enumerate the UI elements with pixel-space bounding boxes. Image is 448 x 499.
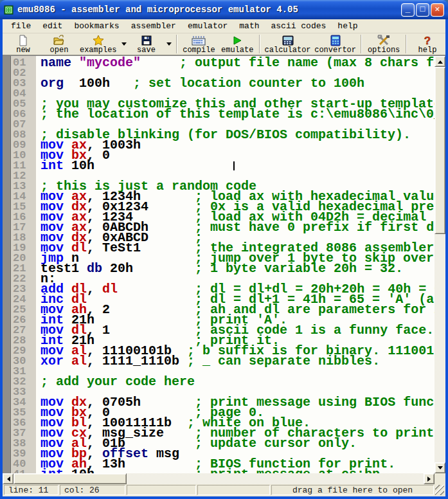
open-button-label: open bbox=[50, 46, 69, 55]
menu-file[interactable]: file bbox=[5, 20, 37, 32]
menu-help[interactable]: help bbox=[332, 20, 363, 32]
chevron-down-icon bbox=[121, 42, 127, 48]
status-drag-hint: drag a file here to open bbox=[271, 485, 434, 495]
window-title: emu8086 - assembler and microprocessor e… bbox=[17, 5, 401, 15]
help-button[interactable]: ?help bbox=[409, 33, 445, 55]
vertical-scroll-track[interactable] bbox=[435, 234, 445, 462]
code-line-30: xor al, 1111_1110b ; _ can separate nibb… bbox=[40, 356, 435, 367]
toolbar-separator bbox=[176, 35, 177, 53]
close-button[interactable]: ✕ bbox=[431, 3, 444, 17]
menu-emulator[interactable]: emulator bbox=[182, 20, 233, 32]
scrollbar-corner bbox=[435, 473, 445, 484]
help-button-label: help bbox=[418, 46, 437, 55]
save-floppy-icon bbox=[141, 34, 152, 46]
code-line-32: ; add your code here bbox=[40, 377, 435, 387]
emulate-button-label: emulate bbox=[221, 46, 253, 55]
menu-assembler[interactable]: assembler bbox=[125, 20, 182, 32]
compile-icon bbox=[192, 34, 206, 46]
horizontal-scroll-track[interactable] bbox=[127, 473, 424, 484]
save-button-label: save bbox=[137, 46, 156, 55]
convertor-button-label: convertor bbox=[314, 46, 356, 55]
calculator-button[interactable]: calculator bbox=[263, 33, 312, 55]
menu-ascii-codes[interactable]: ascii codes bbox=[265, 20, 332, 32]
menu-bar: fileeditbookmarksassembleremulatormathas… bbox=[3, 19, 445, 33]
horizontal-scroll-thumb[interactable] bbox=[13, 473, 127, 484]
menu-edit[interactable]: edit bbox=[37, 20, 68, 32]
calculator-button-label: calculator bbox=[265, 46, 311, 55]
code-line-21: test1 db 20h ; 1 byte variable 20h = 32. bbox=[40, 264, 435, 274]
app-chip-icon bbox=[3, 5, 14, 15]
scroll-down-button[interactable] bbox=[435, 462, 445, 473]
save-dropdown-button[interactable] bbox=[165, 33, 174, 55]
new-button[interactable]: new bbox=[5, 33, 41, 55]
code-line-03: org 100h ; set location counter to 100h bbox=[40, 78, 435, 89]
convertor-icon bbox=[330, 34, 341, 46]
status-line-indicator: line: 11 bbox=[4, 485, 58, 495]
scroll-up-button[interactable] bbox=[435, 56, 445, 67]
toolbar-separator bbox=[406, 35, 407, 53]
examples-dropdown-button[interactable] bbox=[120, 33, 129, 55]
scroll-left-button[interactable] bbox=[3, 473, 13, 484]
examples-star-icon bbox=[92, 34, 105, 46]
open-button[interactable]: open bbox=[41, 33, 77, 55]
text-caret bbox=[233, 161, 235, 170]
menu-bookmarks[interactable]: bookmarks bbox=[68, 20, 125, 32]
status-bar: line: 11 col: 26 drag a file here to ope… bbox=[3, 484, 445, 496]
window-controls: _□✕ bbox=[401, 3, 444, 17]
code-line-41: int 10h ; print message at cs:bp. bbox=[40, 469, 435, 473]
code-line-01: name "mycode" ; output file name (max 8 … bbox=[40, 58, 435, 68]
maximize-button[interactable]: □ bbox=[416, 3, 429, 17]
svg-text:?: ? bbox=[424, 35, 431, 46]
compile-button[interactable]: compile bbox=[180, 33, 219, 55]
editor-margin-strip bbox=[3, 56, 11, 473]
status-panel-empty-1 bbox=[127, 485, 196, 495]
resize-grip[interactable] bbox=[435, 485, 444, 495]
toolbar: newopenexamplessavecompileemulatecalcula… bbox=[3, 33, 445, 55]
examples-button[interactable]: examples bbox=[77, 33, 120, 55]
vertical-scroll-thumb[interactable] bbox=[435, 67, 445, 234]
convertor-button[interactable]: convertor bbox=[312, 33, 358, 55]
options-tools-icon bbox=[377, 34, 390, 46]
options-button[interactable]: options bbox=[364, 33, 403, 55]
code-editor: 01 02 03 04 05 06 07 08 09 10 11 12 13 1… bbox=[3, 55, 445, 473]
new-button-label: new bbox=[16, 46, 30, 55]
title-bar: emu8086 - assembler and microprocessor e… bbox=[0, 0, 448, 19]
open-folder-icon bbox=[53, 34, 66, 46]
arrow-down-icon bbox=[438, 466, 443, 472]
status-panel-empty-2 bbox=[197, 485, 270, 495]
emulate-button[interactable]: emulate bbox=[218, 33, 256, 55]
options-button-label: options bbox=[368, 46, 400, 55]
save-button[interactable]: save bbox=[129, 33, 165, 55]
code-line-06: ; the location of this template is c:\em… bbox=[40, 109, 435, 120]
minimize-button[interactable]: _ bbox=[401, 3, 415, 17]
vertical-scrollbar[interactable] bbox=[435, 56, 445, 473]
code-line-10: mov bx, 0 bbox=[40, 150, 435, 161]
toolbar-separator bbox=[361, 35, 362, 53]
compile-button-label: compile bbox=[183, 46, 215, 55]
scroll-right-button[interactable] bbox=[424, 473, 435, 484]
examples-button-label: examples bbox=[80, 46, 117, 55]
arrow-left-icon bbox=[4, 476, 10, 482]
horizontal-scrollbar[interactable] bbox=[3, 473, 435, 484]
status-col-indicator: col: 26 bbox=[60, 485, 125, 495]
toolbar-separator bbox=[259, 35, 260, 53]
line-number-gutter: 01 02 03 04 05 06 07 08 09 10 11 12 13 1… bbox=[11, 56, 37, 473]
code-lines: name "mycode" ; output file name (max 8 … bbox=[40, 58, 435, 473]
calculator-icon bbox=[282, 34, 294, 46]
emulate-play-icon bbox=[231, 34, 243, 46]
menu-math[interactable]: math bbox=[233, 20, 265, 32]
arrow-up-icon bbox=[438, 58, 443, 64]
code-text-area[interactable]: name "mycode" ; output file name (max 8 … bbox=[37, 56, 435, 473]
chevron-down-icon bbox=[166, 42, 172, 48]
new-file-icon bbox=[17, 34, 29, 46]
arrow-right-icon bbox=[427, 476, 433, 482]
emu8086-window: emu8086 - assembler and microprocessor e… bbox=[0, 0, 448, 499]
help-question-icon: ? bbox=[422, 34, 433, 46]
